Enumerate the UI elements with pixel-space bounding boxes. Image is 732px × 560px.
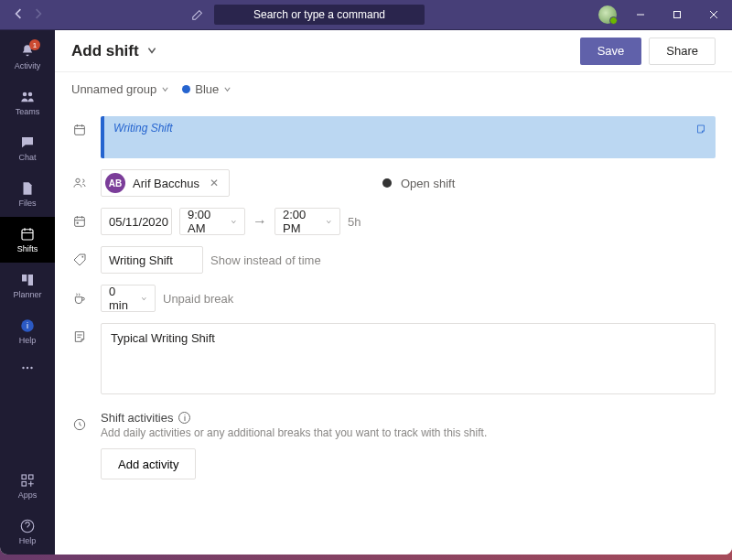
apps-icon	[19, 472, 36, 489]
color-swatch	[182, 85, 190, 93]
svg-rect-12	[29, 475, 34, 479]
notes-icon	[71, 327, 88, 347]
chevron-down-icon	[326, 218, 332, 226]
content-area: Add shift Save Share Unnamed group Blue	[55, 30, 732, 555]
planner-icon	[19, 272, 36, 288]
svg-point-19	[81, 256, 83, 258]
coffee-icon	[71, 288, 88, 308]
window-close[interactable]	[695, 0, 732, 29]
note-icon	[695, 122, 706, 138]
color-dropdown[interactable]: Blue	[182, 82, 231, 96]
more-icon	[19, 360, 36, 376]
calendar-date-icon	[71, 211, 88, 232]
nav-buttons	[7, 8, 49, 22]
shifts-icon	[19, 226, 36, 242]
back-button[interactable]	[13, 8, 24, 22]
duration-label: 5h	[348, 215, 361, 229]
svg-rect-11	[22, 475, 27, 479]
teams-icon	[19, 89, 36, 105]
chevron-down-icon	[146, 42, 157, 60]
chevron-down-icon	[231, 218, 237, 226]
svg-point-9	[27, 367, 28, 369]
person-avatar: AB	[105, 173, 125, 193]
svg-text:i: i	[27, 321, 28, 330]
svg-rect-17	[75, 217, 85, 226]
rail-help-bottom[interactable]: Help	[0, 509, 55, 555]
calendar-icon	[71, 120, 88, 140]
chevron-down-icon	[223, 85, 231, 93]
label-hint: Show instead of time	[210, 253, 321, 267]
svg-point-16	[76, 178, 80, 182]
rail-chat[interactable]: Chat	[0, 125, 55, 171]
chevron-down-icon	[141, 295, 147, 303]
arrow-right-icon: →	[253, 213, 267, 230]
svg-point-10	[30, 367, 32, 369]
svg-rect-4	[22, 275, 27, 282]
chevron-down-icon	[161, 85, 169, 93]
svg-point-8	[22, 367, 24, 369]
rail-files[interactable]: Files	[0, 171, 55, 217]
info-icon[interactable]: i	[178, 412, 190, 424]
user-avatar[interactable]	[598, 5, 617, 24]
files-icon	[19, 180, 36, 197]
search-placeholder: Search or type a command	[253, 8, 385, 21]
page-header: Add shift Save Share	[55, 30, 732, 72]
date-field[interactable]: 05/11/2020	[101, 208, 172, 235]
svg-rect-3	[22, 230, 33, 240]
person-chip[interactable]: AB Arif Bacchus ✕	[101, 169, 230, 197]
start-time-field[interactable]: 9:00 AM	[179, 208, 245, 235]
help-icon: i	[19, 318, 36, 334]
subheader: Unnamed group Blue	[55, 72, 732, 105]
rail-shifts[interactable]: Shifts	[0, 217, 55, 263]
rail-planner[interactable]: Planner	[0, 263, 55, 308]
activities-subtitle: Add daily activities or any additional b…	[101, 426, 716, 439]
compose-button[interactable]	[187, 4, 209, 26]
question-icon	[19, 518, 36, 534]
add-activity-button[interactable]: Add activity	[101, 448, 196, 479]
app-frame: 1 Activity Teams Chat Files Shifts Plann…	[0, 29, 732, 555]
clock-icon	[71, 415, 88, 435]
svg-rect-13	[22, 482, 27, 487]
page-title: Add shift	[71, 42, 139, 60]
break-duration-field[interactable]: 0 min	[101, 285, 156, 312]
people-icon	[71, 173, 88, 193]
remove-chip[interactable]: ✕	[207, 177, 221, 189]
share-button[interactable]: Share	[649, 38, 716, 65]
svg-rect-18	[77, 222, 79, 224]
tag-icon	[71, 250, 88, 270]
page-title-dropdown[interactable]: Add shift	[71, 42, 157, 60]
rail-teams[interactable]: Teams	[0, 80, 55, 125]
activity-badge: 1	[29, 39, 40, 50]
rail-more[interactable]	[0, 354, 55, 382]
svg-rect-5	[28, 275, 33, 285]
circle-icon	[382, 178, 392, 188]
break-hint: Unpaid break	[163, 292, 233, 306]
shift-preview-card: Writing Shift	[101, 116, 716, 158]
svg-point-1	[23, 92, 27, 97]
end-time-field[interactable]: 2:00 PM	[274, 208, 340, 235]
window-minimize[interactable]	[622, 0, 659, 29]
activities-title: Shift activities i	[101, 411, 716, 425]
rail-activity[interactable]: 1 Activity	[0, 34, 55, 80]
chat-icon	[19, 135, 36, 151]
titlebar: Search or type a command	[0, 0, 732, 29]
notes-textarea[interactable]: Typical Writing Shift	[101, 323, 716, 394]
person-name: Arif Bacchus	[133, 177, 199, 190]
left-rail: 1 Activity Teams Chat Files Shifts Plann…	[0, 30, 55, 555]
forward-button[interactable]	[33, 8, 44, 22]
rail-help-top[interactable]: i Help	[0, 308, 55, 354]
svg-rect-15	[75, 125, 85, 135]
window-maximize[interactable]	[659, 0, 695, 29]
preview-title: Writing Shift	[113, 122, 173, 135]
people-picker[interactable]: AB Arif Bacchus ✕	[101, 169, 339, 197]
save-button[interactable]: Save	[580, 38, 642, 65]
svg-rect-0	[674, 12, 681, 18]
label-field[interactable]: Writing Shift	[101, 246, 203, 274]
search-input[interactable]: Search or type a command	[214, 5, 425, 25]
rail-apps[interactable]: Apps	[0, 463, 55, 509]
svg-point-2	[28, 92, 33, 97]
open-shift-option[interactable]: Open shift	[382, 177, 455, 190]
form-body: Writing Shift AB Arif Bacchus ✕	[55, 105, 732, 555]
group-dropdown[interactable]: Unnamed group	[71, 82, 169, 96]
